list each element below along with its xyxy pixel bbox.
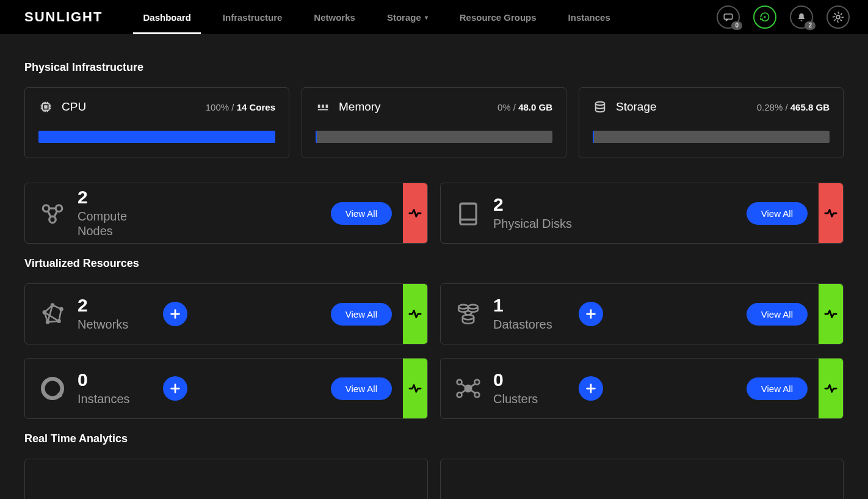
cpu-bar: [38, 131, 275, 143]
dashboard-content: Physical Infrastructure CPU 100% / 14 Co…: [0, 34, 868, 499]
section-physical-title: Physical Infrastructure: [24, 61, 844, 74]
storage-bar-fill: [593, 131, 594, 143]
notifications-button[interactable]: 2: [790, 5, 813, 29]
storage-label: Storage: [616, 100, 657, 114]
virtual-counts-row-1: 2NetworksView All1DatastoresView All: [24, 283, 844, 344]
nav-infrastructure[interactable]: Infrastructure: [207, 0, 298, 34]
cpu-bar-fill: [38, 131, 275, 143]
topbar-actions: 0 2: [717, 5, 850, 29]
instances-count: 0: [78, 371, 151, 389]
datastores-label: Datastores: [493, 317, 566, 332]
disk-icon: [441, 200, 490, 226]
storage-bar: [593, 131, 830, 143]
storage-card: Storage 0.28% / 465.8 GB: [579, 87, 844, 158]
memory-usage: 0% / 48.0 GB: [497, 102, 552, 112]
instances-viewall-button[interactable]: View All: [331, 377, 392, 400]
memory-bar-fill: [316, 131, 317, 143]
memory-label: Memory: [339, 100, 381, 114]
memory-card: Memory 0% / 48.0 GB: [302, 87, 566, 158]
datastores-viewall-button[interactable]: View All: [747, 303, 808, 326]
networks-status-indicator: [403, 284, 427, 344]
resource-cards-row: CPU 100% / 14 Cores Memory 0% / 48.0 GB …: [24, 87, 844, 158]
instances-add-button[interactable]: [163, 376, 187, 401]
nav-instances[interactable]: Instances: [552, 0, 626, 34]
disks-viewall-button[interactable]: View All: [747, 202, 808, 225]
clusters-add-button[interactable]: [579, 376, 603, 401]
instances-card: 0InstancesView All: [24, 358, 428, 419]
disks-label: Physical Disks: [493, 216, 572, 231]
compute-status-indicator: [403, 183, 427, 243]
storage-usage: 0.28% / 465.8 GB: [757, 102, 830, 112]
clusters-card: 0ClustersView All: [440, 358, 844, 419]
messages-badge: 0: [731, 21, 742, 30]
cpu-usage: 100% / 14 Cores: [206, 102, 275, 112]
compute-card: 2ComputeNodesView All: [24, 183, 428, 244]
datastore-icon: [441, 301, 490, 327]
disks-card: 2Physical DisksView All: [440, 183, 844, 244]
instances-label: Instances: [78, 392, 151, 406]
chevron-down-icon: ▾: [425, 14, 428, 21]
sync-button[interactable]: [753, 5, 776, 29]
cpu-card: CPU 100% / 14 Cores: [24, 87, 289, 158]
compute-label: ComputeNodes: [78, 209, 151, 238]
brand-logo: SUNLIGHT: [24, 9, 103, 25]
nav-networks[interactable]: Networks: [298, 0, 371, 34]
compute-icon: [25, 200, 74, 226]
section-virtual-title: Virtualized Resources: [24, 257, 844, 270]
datastores-status-indicator: [819, 284, 843, 344]
clusters-status-indicator: [819, 359, 843, 418]
disks-status-indicator: [819, 183, 843, 243]
cpu-icon: [38, 100, 53, 114]
storage-icon: [593, 100, 607, 114]
datastores-add-button[interactable]: [579, 302, 603, 326]
main-nav: DashboardInfrastructureNetworksStorage▾R…: [127, 0, 626, 34]
nav-storage[interactable]: Storage▾: [371, 0, 444, 34]
clusters-label: Clusters: [493, 392, 566, 406]
memory-bar: [316, 131, 552, 143]
physical-counts-row: 2ComputeNodesView All2Physical DisksView…: [24, 183, 844, 244]
nav-resource-groups[interactable]: Resource Groups: [444, 0, 552, 34]
notifications-badge: 2: [805, 21, 816, 30]
compute-count: 2: [78, 188, 151, 206]
analytics-card-left: [24, 459, 428, 499]
instances-status-indicator: [403, 359, 427, 418]
nav-dashboard[interactable]: Dashboard: [127, 0, 206, 34]
disks-count: 2: [493, 195, 572, 214]
instance-icon: [25, 376, 74, 401]
messages-button[interactable]: 0: [717, 5, 740, 29]
analytics-row: [24, 459, 844, 499]
network-icon: [25, 301, 74, 327]
networks-card: 2NetworksView All: [24, 283, 428, 344]
section-analytics-title: Real Time Analytics: [24, 432, 844, 445]
networks-label: Networks: [78, 317, 151, 332]
networks-viewall-button[interactable]: View All: [331, 303, 392, 326]
compute-viewall-button[interactable]: View All: [331, 202, 392, 225]
virtual-counts-row-2: 0InstancesView All0ClustersView All: [24, 358, 844, 419]
datastores-count: 1: [493, 296, 566, 315]
memory-icon: [316, 100, 330, 114]
settings-button[interactable]: [826, 5, 850, 29]
analytics-card-right: [440, 459, 844, 499]
cpu-label: CPU: [62, 100, 86, 114]
clusters-count: 0: [493, 371, 566, 389]
datastores-card: 1DatastoresView All: [440, 283, 844, 344]
clusters-viewall-button[interactable]: View All: [747, 377, 808, 400]
topbar: SUNLIGHT DashboardInfrastructureNetworks…: [0, 0, 868, 34]
cluster-icon: [441, 376, 490, 401]
networks-count: 2: [78, 296, 151, 315]
networks-add-button[interactable]: [163, 302, 187, 326]
